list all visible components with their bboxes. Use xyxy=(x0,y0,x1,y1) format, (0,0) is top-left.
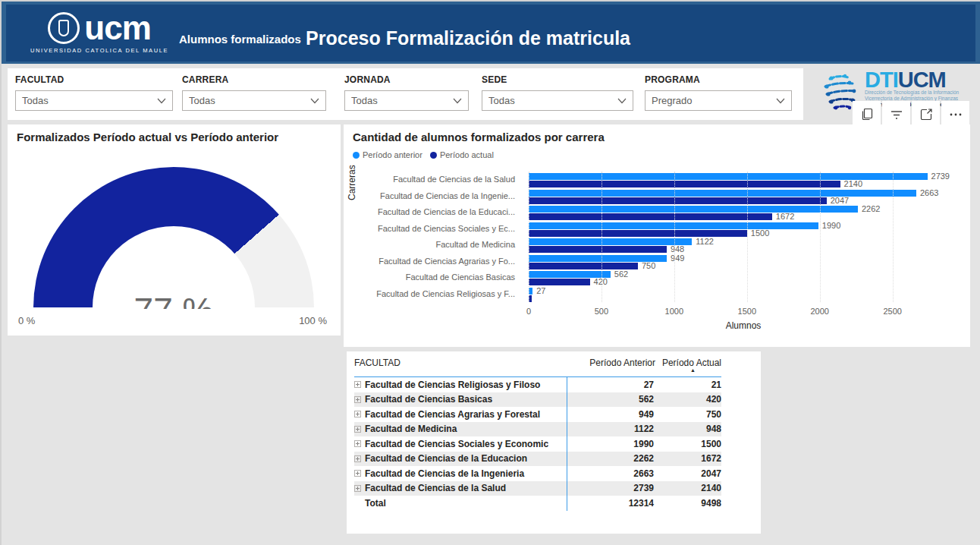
filter-programa-dropdown[interactable]: Pregrado xyxy=(645,90,792,111)
table-row[interactable]: Facultad de Ciencias Religiosas y Filoso… xyxy=(354,377,721,392)
gridline xyxy=(747,172,748,302)
filter-facultad-label: FACULTAD xyxy=(15,74,173,85)
gridline xyxy=(529,172,529,302)
gridline xyxy=(602,172,602,302)
bar-group: 562420 xyxy=(529,269,958,286)
ucm-acronym: ucm xyxy=(84,13,150,43)
filter-carrera-value: Todas xyxy=(189,95,215,106)
table-row[interactable]: Facultad de Ciencias Agrarias y Forestal… xyxy=(354,407,721,422)
facultad-name: Facultad de Ciencias de la Ingenieria xyxy=(365,468,524,479)
filter-sede-dropdown[interactable]: Todas xyxy=(482,90,633,111)
table-row[interactable]: Facultad de Ciencias Basicas562420 xyxy=(354,392,721,408)
x-axis-tick: 1000 xyxy=(665,307,683,316)
bar-value-label: 949 xyxy=(671,255,684,262)
category-label: Facultad de Medicina xyxy=(344,237,521,254)
table-row[interactable]: Facultad de Ciencias de la Ingenieria266… xyxy=(354,466,721,481)
category-label: Facultad de Ciencias Agrarias y Fo... xyxy=(344,254,521,270)
gridline xyxy=(893,172,894,302)
bar[interactable] xyxy=(529,206,858,213)
bar[interactable] xyxy=(529,230,747,237)
legend-item-actual[interactable]: Período actual xyxy=(430,150,494,159)
filter-programa-value: Pregrado xyxy=(652,95,692,106)
facultad-name: Facultad de Medicina xyxy=(365,424,457,434)
total-periodo-actual: 9498 xyxy=(655,496,721,511)
gridline xyxy=(674,172,675,302)
periodo-actual-value: 21 xyxy=(655,377,721,392)
bar-chart-visual: Cantidad de alumnos formalizados por car… xyxy=(344,124,970,347)
column-header-facultad[interactable]: FACULTAD xyxy=(354,358,567,368)
filter-programa: PROGRAMA Pregrado xyxy=(645,74,792,111)
bar-value-label: 2262 xyxy=(862,206,880,213)
filter-programa-label: PROGRAMA xyxy=(645,74,792,85)
header-frame: ucm UNIVERSIDAD CATOLICA DEL MAULE Alumn… xyxy=(2,2,980,64)
filter-facultad: FACULTAD Todas xyxy=(15,74,173,111)
y-axis-labels: Facultad de Ciencias de la SaludFacultad… xyxy=(344,172,521,302)
expand-icon[interactable] xyxy=(354,381,361,388)
total-label: Total xyxy=(354,498,567,509)
expand-icon[interactable] xyxy=(354,396,361,403)
periodo-anterior-value: 1122 xyxy=(567,422,655,437)
bar[interactable] xyxy=(529,173,928,180)
table-row[interactable]: Facultad de Ciencias de la Educacion2262… xyxy=(354,452,721,467)
bar-value-label: 562 xyxy=(614,271,628,278)
x-axis-ticks: 05001000150020002500 xyxy=(529,307,958,317)
periodo-anterior-value: 562 xyxy=(567,392,655,408)
total-periodo-anterior: 12314 xyxy=(567,496,655,511)
filter-facultad-dropdown[interactable]: Todas xyxy=(15,90,173,111)
filter-jornada-value: Todas xyxy=(351,95,378,106)
filter-carrera-label: CARRERA xyxy=(182,74,326,85)
gauge-arc[interactable]: 77 % xyxy=(33,167,314,309)
column-header-periodo-anterior[interactable]: Período Anterior xyxy=(567,358,655,368)
bar[interactable] xyxy=(529,263,638,269)
filter-sede-label: SEDE xyxy=(482,74,633,85)
periodo-anterior-value: 949 xyxy=(567,407,655,422)
bar[interactable] xyxy=(529,238,692,245)
bar[interactable] xyxy=(529,190,916,197)
filter-jornada-label: JORNADA xyxy=(344,74,469,85)
facultad-name: Facultad de Ciencias Basicas xyxy=(365,394,492,405)
bar-value-label: 1500 xyxy=(751,230,769,237)
bar-chart-title: Cantidad de alumnos formalizados por car… xyxy=(353,131,605,143)
gauge-visual: Formalizados Período actual vs Período a… xyxy=(8,124,341,336)
expand-icon[interactable] xyxy=(354,426,361,433)
expand-icon[interactable] xyxy=(354,485,361,492)
table-row[interactable]: Facultad de Ciencias Sociales y Economic… xyxy=(354,436,721,452)
bar[interactable] xyxy=(529,197,827,204)
column-header-periodo-actual[interactable]: Período Actual ▲ xyxy=(655,358,721,368)
table-row[interactable]: Facultad de Medicina1122948 xyxy=(354,422,721,437)
table-total-row: Total123149498 xyxy=(354,496,721,511)
bar-value-label: 2140 xyxy=(844,181,862,187)
periodo-anterior-value: 1990 xyxy=(567,436,655,452)
bar[interactable] xyxy=(529,246,667,253)
ucm-caption: UNIVERSIDAD CATOLICA DEL MAULE xyxy=(30,47,168,54)
facultad-name: Facultad de Ciencias Religiosas y Filoso xyxy=(365,380,540,390)
expand-icon[interactable] xyxy=(354,440,361,447)
legend-label-anterior: Período anterior xyxy=(363,150,422,159)
filter-carrera-dropdown[interactable]: Todas xyxy=(182,90,326,111)
category-label: Facultad de Ciencias de la Salud xyxy=(344,172,521,188)
filter-panel: FACULTAD Todas CARRERA Todas JORNADA Tod… xyxy=(8,68,803,120)
filter-carrera: CARRERA Todas xyxy=(182,74,326,111)
bar-group: 22621672 xyxy=(529,204,958,221)
expand-icon[interactable] xyxy=(354,470,361,477)
gauge-value: 77 % xyxy=(33,290,314,309)
filter-jornada: JORNADA Todas xyxy=(344,74,469,111)
expand-icon[interactable] xyxy=(354,455,361,462)
bar[interactable] xyxy=(529,181,840,187)
expand-icon[interactable] xyxy=(354,411,361,417)
filter-jornada-dropdown[interactable]: Todas xyxy=(344,90,469,111)
legend-item-anterior[interactable]: Período anterior xyxy=(353,150,422,159)
bar-group: 26632047 xyxy=(529,188,958,205)
bar[interactable] xyxy=(529,279,590,285)
bar-value-label: 1122 xyxy=(696,238,714,245)
bar[interactable] xyxy=(529,213,772,220)
table-row[interactable]: Facultad de Ciencias de la Salud27392140 xyxy=(354,481,721,496)
bar-value-label: 2663 xyxy=(920,190,938,197)
chevron-down-icon xyxy=(776,98,785,104)
facultad-name: Facultad de Ciencias de la Salud xyxy=(365,483,506,493)
dashboard-page: ucm UNIVERSIDAD CATOLICA DEL MAULE Alumn… xyxy=(0,0,980,545)
dti-wordmark: DTIUCM xyxy=(865,70,959,90)
bar-value-label: 948 xyxy=(671,246,684,253)
bar-value-label: 27 xyxy=(536,288,545,295)
dti-line1: Dirección de Tecnologías de la Informaci… xyxy=(865,90,959,96)
